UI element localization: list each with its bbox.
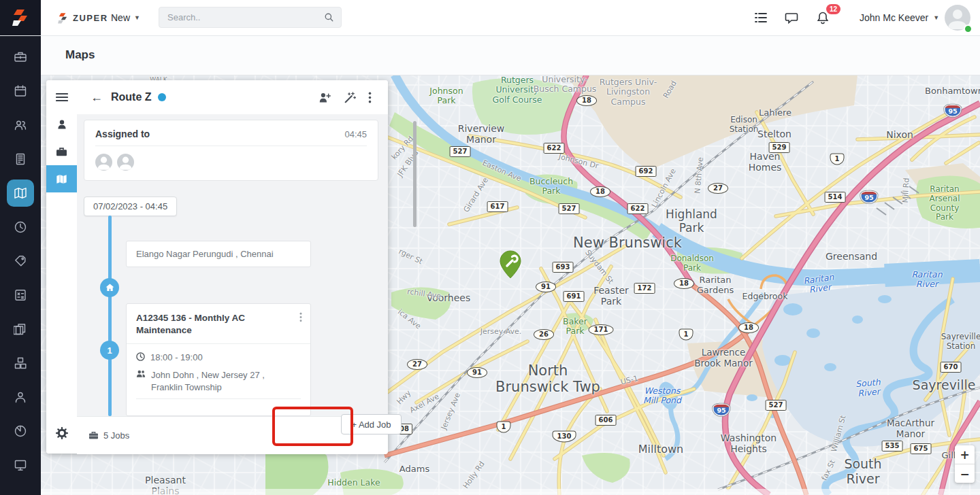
activity-list-icon[interactable] — [754, 11, 768, 24]
new-menu-button[interactable]: New ▼ — [111, 0, 140, 35]
reports-icon — [14, 424, 27, 438]
add-job-button[interactable]: + Add Job — [341, 414, 402, 434]
route-shield: 18 — [590, 186, 610, 197]
route-status-dot — [158, 93, 166, 101]
devices-icon — [14, 458, 27, 472]
route-shield: 1 — [679, 329, 693, 341]
job-title: A12345 136 - Monthly AC Maintenance — [136, 312, 289, 337]
chevron-down-icon: ▼ — [933, 14, 939, 21]
panel-map-tab-icon[interactable] — [46, 165, 77, 192]
timeline-line — [108, 216, 112, 416]
main-sidebar — [0, 35, 41, 495]
route-shield: 91 — [467, 367, 487, 378]
route-shield: 18 — [674, 278, 694, 289]
sidebar-item-organization[interactable] — [7, 146, 34, 173]
route-shield: 692 — [636, 166, 657, 177]
route-shield: 26 — [534, 329, 554, 340]
job-kebab-menu-icon[interactable] — [299, 312, 302, 322]
jobs-count: 5 Jobs — [88, 430, 129, 441]
sidebar-item-reports[interactable] — [7, 417, 34, 445]
route-shield: 529 — [769, 142, 790, 153]
sidebar-item-maps[interactable] — [7, 180, 34, 207]
top-navbar: ZUPER ™ New ▼ 12 John Mc Keever ▼ — [0, 0, 980, 36]
global-search — [159, 7, 342, 28]
panel-settings-gear-icon[interactable] — [46, 420, 77, 447]
sidebar-item-quotes[interactable] — [7, 281, 34, 309]
zoom-out-button[interactable]: − — [955, 464, 975, 483]
sidebar-item-timesheets[interactable] — [7, 214, 34, 241]
map-attribution-strip — [41, 489, 980, 495]
zoom-in-button[interactable]: + — [955, 445, 975, 464]
sidebar-item-teams[interactable] — [7, 383, 34, 411]
route-shield: 622 — [627, 203, 649, 214]
panel-jobs-tab-icon[interactable] — [46, 138, 77, 165]
route-date-chip[interactable]: 07/02/2023 - 04:45 — [84, 197, 177, 216]
organization-icon — [14, 152, 27, 166]
route-panel-footer: 5 Jobs + Add Job — [77, 416, 388, 454]
start-location-text: Elango Nagar Perungudi , Chennai — [136, 249, 274, 259]
route-shield: 514 — [825, 192, 846, 203]
panel-scrollbar-thumb[interactable] — [413, 121, 416, 227]
kebab-menu-icon[interactable] — [368, 92, 372, 103]
panel-menu-hamburger-icon[interactable] — [46, 84, 77, 111]
route-shield: 95 — [860, 191, 877, 203]
search-input[interactable] — [166, 12, 324, 23]
app-logo[interactable] — [0, 0, 41, 35]
route-shield: 18 — [738, 322, 759, 333]
chevron-down-icon: ▼ — [134, 14, 140, 21]
assignee-avatar[interactable] — [95, 154, 112, 171]
invoices-icon — [14, 322, 27, 336]
route-shield: 18 — [576, 95, 597, 106]
panel-mini-sidebar — [46, 80, 78, 454]
route-shield: 171 — [589, 324, 614, 335]
assign-user-icon[interactable] — [318, 92, 331, 103]
back-arrow-icon[interactable]: ← — [91, 90, 103, 105]
route-shield: 1 — [497, 422, 511, 433]
sidebar-item-parts[interactable] — [7, 349, 34, 377]
timeline-stop-number: 1 — [100, 341, 119, 360]
sidebar-item-customers[interactable] — [7, 112, 34, 139]
customers-icon — [14, 118, 27, 132]
search-icon[interactable] — [324, 12, 334, 22]
briefcase-icon — [88, 431, 99, 440]
route-shield: 95 — [944, 105, 961, 117]
start-location-card[interactable]: Elango Nagar Perungudi , Chennai — [126, 241, 311, 267]
panel-users-tab-icon[interactable] — [46, 111, 77, 138]
zuper-logo-icon — [10, 7, 31, 28]
map-zoom-control: + − — [955, 445, 975, 483]
assigned-to-card: Assigned to 04:45 — [84, 120, 378, 181]
route-shield: 527 — [450, 146, 471, 157]
parts-icon — [14, 356, 27, 370]
route-shield: 622 — [544, 143, 565, 154]
sidebar-item-jobs[interactable] — [7, 44, 34, 71]
zuper-brand-icon — [57, 12, 69, 24]
sidebar-item-dispatch-board[interactable] — [7, 78, 34, 105]
assigned-to-label: Assigned to — [95, 129, 150, 139]
assignee-avatar[interactable] — [117, 154, 134, 171]
job-time: 18:00 - 19:00 — [150, 352, 203, 364]
route-start-time: 04:45 — [344, 129, 367, 139]
route-panel: ← Route Z Assigned to 04:45 — [46, 80, 388, 454]
add-job-label: + Add Job — [351, 420, 391, 430]
user-menu[interactable]: John Mc Keever ▼ — [860, 0, 939, 35]
route-panel-body: Assigned to 04:45 07/02/2023 - 04:45 Ela… — [77, 114, 388, 416]
brand-logo[interactable]: ZUPER ™ — [57, 0, 117, 35]
sidebar-item-pricebook[interactable] — [7, 248, 34, 275]
sidebar-item-devices[interactable] — [7, 451, 34, 479]
optimize-wand-icon[interactable] — [344, 92, 356, 103]
sidebar-item-invoices[interactable] — [7, 315, 34, 343]
chat-icon[interactable] — [785, 11, 798, 24]
pricebook-icon — [14, 254, 27, 268]
maps-icon — [14, 186, 27, 200]
page-title: Maps — [65, 48, 95, 62]
route-panel-header: ← Route Z — [77, 80, 388, 115]
job-map-marker-wrench-icon[interactable] — [498, 249, 523, 280]
route-shield: 27 — [407, 359, 427, 370]
route-shield: 617 — [487, 201, 508, 212]
job-card[interactable]: A12345 136 - Monthly AC Maintenance 18:0… — [126, 303, 311, 416]
route-shield: 527 — [559, 203, 580, 214]
route-shield: 172 — [634, 283, 655, 294]
jobs-icon — [14, 50, 27, 64]
timesheets-icon — [14, 220, 27, 234]
divider — [136, 398, 301, 399]
